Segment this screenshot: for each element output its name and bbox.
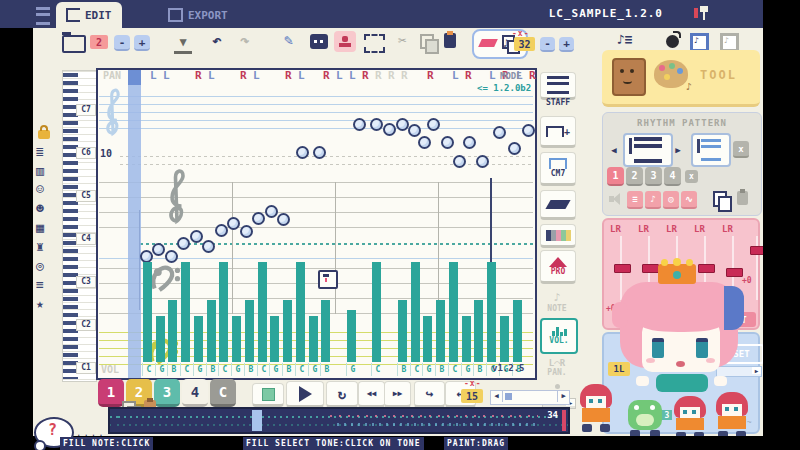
palette-stripes-button[interactable] xyxy=(540,224,576,248)
rhythm-copy-icon[interactable] xyxy=(713,191,727,207)
channel-tab-4[interactable]: 4 xyxy=(182,379,208,407)
girl-character xyxy=(612,262,752,394)
star-icon[interactable]: ★ xyxy=(36,296,44,312)
rhythm-drum-button[interactable]: ◎ xyxy=(663,191,679,209)
rewind-button[interactable]: ◀◀ xyxy=(358,381,385,408)
pattern-current-box[interactable] xyxy=(623,133,673,167)
black-keys[interactable] xyxy=(63,73,78,379)
wave-add-button[interactable]: + xyxy=(540,116,576,148)
rhythm-wave-button[interactable]: ∿ xyxy=(681,191,697,209)
smiley-icon[interactable]: ☺ xyxy=(36,182,44,198)
slide-tool-button[interactable] xyxy=(540,190,576,220)
staff-panel[interactable] xyxy=(96,68,537,380)
eraser-icon xyxy=(478,39,498,47)
rhythm-slot-2[interactable]: 2 xyxy=(626,167,643,186)
notes-per-page-badge: 32 xyxy=(514,37,535,51)
forward-button[interactable]: ▶▶ xyxy=(384,381,411,408)
pattern-clear-button[interactable]: x xyxy=(733,141,749,158)
rhythm-slot-1[interactable]: 1 xyxy=(607,167,624,186)
tab-export[interactable]: EXPORT xyxy=(160,2,236,28)
channel-tabs: 1234C xyxy=(98,379,248,405)
pattern-prev-button[interactable]: ◀ xyxy=(607,137,621,163)
grid-icon[interactable]: ▦ xyxy=(36,220,44,236)
channel-tab-1[interactable]: 1 xyxy=(98,379,124,407)
chord-button[interactable]: CM7 xyxy=(540,152,576,186)
lock-icon[interactable] xyxy=(38,130,50,139)
speed-badge: 15 xyxy=(461,389,483,403)
bar-number: 10 xyxy=(100,148,112,159)
pan-mode-button[interactable]: L⌒RPAN. xyxy=(540,354,574,380)
note-list-icon[interactable]: ♪≡ xyxy=(617,32,633,47)
play-button[interactable] xyxy=(286,381,324,408)
instrument-book-icon[interactable] xyxy=(612,58,646,96)
rhythm-list-button[interactable]: ≡ xyxy=(627,191,643,209)
app-window: EDIT EXPORT LC_SAMPLE_1.2.0 2 - + ▼ ↶ ↷ … xyxy=(0,0,800,450)
mode-label: MODE xyxy=(500,71,522,81)
gnome-character-1 xyxy=(578,384,614,436)
note-mode-button[interactable]: ♪NOTE xyxy=(540,288,574,316)
scroll-right-button[interactable]: ▶ xyxy=(557,391,569,402)
pro-button[interactable]: PRO xyxy=(540,250,576,284)
note-mode-label: NOTE xyxy=(547,304,566,313)
redo-icon[interactable]: ↷ xyxy=(240,31,250,50)
frog-number-badge: 3 xyxy=(662,410,672,420)
ring-icon[interactable]: ◎ xyxy=(36,258,44,274)
minimap-playhead[interactable] xyxy=(252,410,262,431)
scroll-thumb[interactable] xyxy=(505,393,512,400)
copy-icon[interactable] xyxy=(420,34,434,49)
folder-icon[interactable] xyxy=(62,35,86,53)
pencil-icon[interactable]: ✎ xyxy=(284,31,293,49)
length-plus-button[interactable]: + xyxy=(559,37,574,52)
tool-panel: ♪ TOOL xyxy=(602,50,760,107)
rhythm-panel-title: RHYTHM PATTERN xyxy=(603,118,761,128)
face-icon[interactable]: ☻ xyxy=(36,201,44,217)
scroll-left-button[interactable]: ◀ xyxy=(491,391,503,402)
menu-lines-icon[interactable]: ≣ xyxy=(36,144,44,160)
page-scrollbar[interactable]: ◀ ▶ xyxy=(490,390,570,405)
rhythm-paste-icon[interactable] xyxy=(737,191,748,205)
rhythm-slot-buttons: 1234x xyxy=(607,167,757,185)
pattern-alt-box[interactable] xyxy=(691,133,731,167)
channel-tab-C[interactable]: C xyxy=(210,379,236,407)
octave-label: C2 xyxy=(76,319,96,331)
piano-keyboard[interactable] xyxy=(62,70,97,382)
piece-icon[interactable]: ♜ xyxy=(36,239,44,255)
frame-right xyxy=(763,0,800,450)
loop-play-button[interactable]: ↻ xyxy=(326,381,358,408)
scissors-icon[interactable]: ✂ xyxy=(398,32,406,48)
vol-mode-button[interactable]: VOL. xyxy=(540,318,578,354)
file-count-badge: 2 xyxy=(90,35,108,49)
rhythm-slot-3[interactable]: 3 xyxy=(645,167,662,186)
rhythm-slot-clear[interactable]: x xyxy=(685,170,698,183)
note-box-icon[interactable] xyxy=(310,34,328,49)
bomb-icon[interactable] xyxy=(666,35,679,48)
length-minus-button[interactable]: - xyxy=(540,37,555,52)
tab-edit[interactable]: EDIT xyxy=(56,2,122,28)
cursor-stamp-icon xyxy=(318,270,338,289)
menu-icon[interactable] xyxy=(36,7,50,25)
status-hint: FILL SELECT TONE:CLICK ON TONE xyxy=(243,437,424,450)
barcode-icon[interactable]: ▥ xyxy=(36,163,44,179)
speed-label: -x- xyxy=(464,379,481,388)
paste-icon[interactable] xyxy=(444,33,456,48)
rhythm-note-button[interactable]: ♪ xyxy=(645,191,661,209)
repeat-button[interactable]: ↪ xyxy=(414,381,445,408)
save-icon[interactable]: ▼ xyxy=(174,33,192,54)
palette-icon[interactable]: ♪ xyxy=(654,60,688,88)
stamp-tool-icon[interactable] xyxy=(334,31,356,52)
channel-tab-3[interactable]: 3 xyxy=(154,379,180,407)
file-plus-button[interactable]: + xyxy=(134,35,150,51)
status-hint: FILL NOTE:CLICK xyxy=(60,437,153,450)
note-glyph: ♪ xyxy=(503,37,510,50)
staff-button[interactable] xyxy=(540,72,576,100)
song-minimap[interactable]: 34 xyxy=(108,407,570,434)
stop-button[interactable] xyxy=(252,383,284,407)
chord-button-label: CM7 xyxy=(551,169,565,178)
select-tool-icon[interactable] xyxy=(364,34,385,53)
list-icon[interactable]: ≡ xyxy=(36,277,44,293)
pattern-next-button[interactable]: ▶ xyxy=(671,137,685,163)
file-minus-button[interactable]: - xyxy=(114,35,130,51)
pan-row-label: PAN xyxy=(103,70,121,81)
rhythm-slot-4[interactable]: 4 xyxy=(664,167,681,186)
undo-icon[interactable]: ↶ xyxy=(212,31,222,50)
